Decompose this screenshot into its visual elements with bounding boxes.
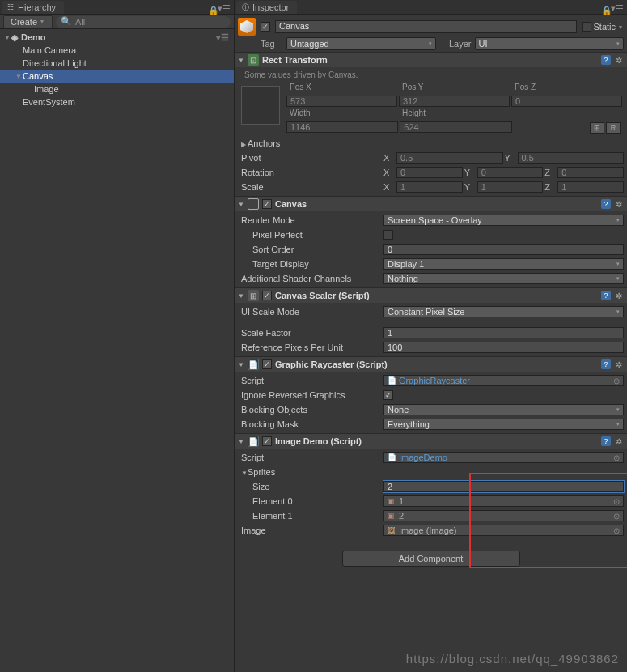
rot-y-field[interactable]: 0 [477,167,544,178]
pixel-perfect-checkbox[interactable] [383,230,393,240]
component-header[interactable]: ▼ ⊞ ✓ Canvas Scaler (Script) ?✲ [235,288,627,303]
tag-label: Tag [261,39,283,49]
scl-y-field[interactable]: 1 [477,181,544,193]
foldout-icon[interactable]: ▼ [238,292,244,300]
gear-icon[interactable]: ✲ [614,55,624,65]
component-header[interactable]: ▼ ⊡ Rect Transform ?✲ [235,53,627,67]
component-header[interactable]: ▼ 📄 ✓ Image Demo (Script) ?✲ [235,434,627,449]
foldout-icon[interactable]: ▼ [3,34,11,41]
rot-x-field[interactable]: 0 [396,167,463,178]
add-component-button[interactable]: Add Component [342,551,520,567]
image-field[interactable]: 🖼Image (Image)⊙ [383,525,624,536]
target-display-dropdown[interactable]: Display 1▾ [383,258,624,270]
foldout-icon[interactable]: ▼ [238,361,244,368]
canvas-scaler-icon: ⊞ [248,290,259,301]
scl-x-field[interactable]: 1 [396,181,463,193]
pos-y-field[interactable]: 312 [399,96,510,107]
unity-logo-icon: ◈ [11,32,18,43]
hierarchy-tab[interactable]: ☷ Hierarchy [2,1,64,14]
pos-x-field[interactable]: 573 [286,96,397,107]
component-title: Image Demo (Script) [275,436,598,446]
gear-icon[interactable]: ✲ [614,199,624,209]
watermark-text: https://blog.csdn.net/qq_49903862 [406,652,619,666]
hierarchy-item[interactable]: Image [0,83,234,96]
gameobject-icon[interactable] [238,18,256,36]
gear-icon[interactable]: ✲ [614,291,624,300]
hierarchy-item[interactable]: Main Camera [0,44,234,57]
element-0-field[interactable]: ▣1⊙ [383,495,624,507]
active-checkbox[interactable]: ✓ [261,22,270,32]
script-field[interactable]: 📄GraphicRaycaster⊙ [383,375,624,386]
sort-order-field[interactable]: 0 [383,244,624,255]
foldout-icon[interactable]: ▶ [241,141,248,148]
render-mode-dropdown[interactable]: Screen Space - Overlay▾ [383,215,624,226]
help-icon[interactable]: ? [601,359,611,369]
static-label: Static [593,22,616,32]
script-field[interactable]: 📄ImageDemo⊙ [383,452,624,463]
foldout-icon[interactable]: ▼ [15,73,23,80]
component-title: Canvas Scaler (Script) [275,291,598,300]
scale-factor-field[interactable]: 1 [383,327,624,338]
hierarchy-search[interactable]: 🔍 All [56,16,231,28]
gear-icon[interactable]: ✲ [614,359,624,369]
tag-dropdown[interactable]: Untagged▾ [286,37,436,50]
gameobject-name-field[interactable]: Canvas [275,20,577,33]
component-header[interactable]: ▼ ✓ Canvas ?✲ [235,197,627,211]
create-button[interactable]: Create ▾ [3,15,53,28]
hierarchy-item[interactable]: EventSystem [0,96,234,108]
inspector-tab[interactable]: ⓘ Inspector [236,1,297,14]
hierarchy-panel: ☷ Hierarchy 🔒 ▾☰ Create ▾ 🔍 All ▼ ◈ Demo [0,0,235,672]
help-icon[interactable]: ? [601,291,611,300]
anchor-preset-button[interactable] [241,86,280,125]
blueprint-mode-button[interactable]: ⊞ [590,122,604,134]
rot-z-field[interactable]: 0 [557,167,624,178]
help-icon[interactable]: ? [601,199,611,209]
foldout-icon[interactable]: ▼ [238,438,244,445]
scale-mode-dropdown[interactable]: Constant Pixel Size▾ [383,306,624,317]
width-field[interactable]: 1146 [286,121,398,133]
enable-checkbox[interactable]: ✓ [262,436,272,446]
component-header[interactable]: ▼ 📄 ✓ Graphic Raycaster (Script) ?✲ [235,357,627,372]
scene-row[interactable]: ▼ ◈ Demo ▾☰ [0,31,234,44]
layer-dropdown[interactable]: UI▾ [475,37,625,50]
foldout-icon[interactable]: ▼ [238,57,244,64]
scl-z-field[interactable]: 1 [557,181,624,193]
panel-menu-icon[interactable]: ▾☰ [611,3,624,14]
chevron-down-icon[interactable]: ▾ [617,23,624,31]
gear-icon[interactable]: ✲ [614,436,624,446]
pos-z-field[interactable]: 0 [511,96,622,107]
help-icon[interactable]: ? [601,436,611,446]
ignore-reversed-checkbox[interactable]: ✓ [383,390,393,400]
blocking-mask-dropdown[interactable]: Everything▾ [383,419,624,430]
pivot-x-field[interactable]: 0.5 [396,152,503,164]
enable-checkbox[interactable]: ✓ [262,199,272,209]
search-placeholder: All [75,17,85,27]
enable-checkbox[interactable]: ✓ [262,359,272,369]
component-title: Rect Transform [262,55,598,65]
help-icon[interactable]: ? [601,55,611,65]
lock-icon[interactable]: 🔒 [601,6,608,12]
sprites-size-field[interactable]: 2 [383,481,624,492]
script-icon: 📄 [248,436,259,447]
rppu-field[interactable]: 100 [383,342,624,353]
raw-edit-button[interactable]: R [606,122,621,134]
pivot-y-field[interactable]: 0.5 [518,152,625,164]
hierarchy-toolbar: Create ▾ 🔍 All [0,15,234,29]
element-1-field[interactable]: ▣2⊙ [383,510,624,521]
height-field[interactable]: 624 [400,121,511,133]
lock-icon[interactable]: 🔒 [208,6,214,12]
hierarchy-item[interactable]: Directional Light [0,57,234,70]
panel-menu-icon[interactable]: ▾☰ [218,3,231,14]
layer-label: Layer [439,39,472,49]
hierarchy-item-canvas[interactable]: ▼ Canvas [0,70,234,83]
hierarchy-tree: ▼ ◈ Demo ▾☰ Main Camera Directional Ligh… [0,29,234,672]
scene-menu-icon[interactable]: ▾☰ [216,32,229,43]
static-checkbox[interactable] [582,22,591,32]
foldout-icon[interactable]: ▼ [241,470,248,477]
image-demo-component: ▼ 📄 ✓ Image Demo (Script) ?✲ Script📄Imag… [235,433,627,544]
canvas-icon [248,198,259,210]
blocking-objects-dropdown[interactable]: None▾ [383,404,624,415]
enable-checkbox[interactable]: ✓ [262,291,272,300]
foldout-icon[interactable]: ▼ [238,201,244,208]
shader-channels-dropdown[interactable]: Nothing▾ [383,273,624,284]
